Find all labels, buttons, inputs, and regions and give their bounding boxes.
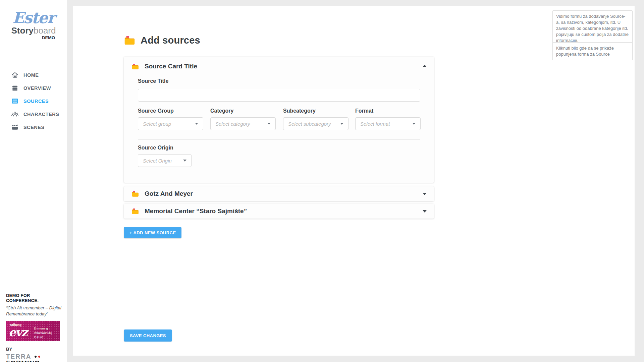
expand-card-icon[interactable] — [423, 210, 427, 213]
folder-icon — [131, 208, 139, 215]
sidebar-footer: DEMO FOR CONFERENCE: “Ctrl+Alt+remember … — [6, 293, 63, 362]
category-select[interactable]: Select category — [210, 117, 276, 130]
format-label: Format — [355, 108, 421, 114]
sidebar-item-label: OVERVIEW — [23, 85, 51, 91]
sidebar-item-label: SCENES — [23, 125, 45, 130]
category-label: Category — [210, 108, 276, 114]
evz-text-lines: Erinnerung Verantwortung Zukunft — [34, 326, 52, 339]
category-placeholder: Select category — [215, 121, 250, 127]
sidebar-nav: HOME OVERVIEW SOURCES — [0, 68, 67, 134]
folder-icon — [124, 36, 135, 45]
subcategory-select[interactable]: Select subcategory — [283, 117, 348, 130]
logo-storyboard: Storyboard — [0, 25, 67, 36]
chevron-down-icon — [183, 160, 186, 162]
source-origin-placeholder: Select Origin — [143, 158, 172, 164]
sidebar-item-sources[interactable]: SOURCES — [0, 95, 67, 108]
source-title-label: Source Title — [138, 78, 168, 84]
logo-demo-badge: DEMO — [0, 35, 55, 40]
source-origin-field: Source Origin Select Origin — [138, 145, 192, 167]
evz-logo: Stiftung evz Erinnerung Verantwortung Zu… — [6, 321, 60, 341]
chevron-down-icon — [195, 123, 198, 125]
conference-title: DEMO FOR CONFERENCE: — [6, 293, 63, 303]
source-card-title: Source Card Title — [145, 63, 197, 70]
source-card-collapsed[interactable]: Memorial Center “Staro Sajmište” — [124, 204, 434, 219]
sidebar-item-label: CHARACTERS — [23, 112, 59, 117]
scenes-icon — [11, 123, 19, 131]
add-new-source-button[interactable]: + ADD NEW SOURCE — [124, 227, 181, 238]
sidebar: Ester Storyboard DEMO HOME OVERVIEW — [0, 0, 67, 362]
characters-icon — [11, 110, 19, 118]
source-origin-select[interactable]: Select Origin — [138, 154, 192, 167]
subcategory-label: Subcategory — [283, 108, 348, 114]
chevron-down-icon — [412, 123, 416, 125]
source-origin-label: Source Origin — [138, 145, 192, 151]
sidebar-item-label: HOME — [23, 72, 39, 78]
expand-card-icon[interactable] — [423, 193, 427, 195]
helper-note-form: Vidimo formu za dodavanje Source-a, sa n… — [552, 10, 633, 47]
by-label: BY — [6, 347, 63, 352]
sidebar-item-overview[interactable]: OVERVIEW — [0, 81, 67, 95]
section-divider — [138, 139, 420, 140]
format-field: Format Select format — [355, 108, 421, 130]
app-logo: Ester Storyboard DEMO — [0, 9, 67, 40]
sources-icon — [11, 97, 19, 105]
logo-board: board — [34, 25, 56, 36]
folder-icon — [131, 63, 139, 70]
logo-story: Story — [11, 25, 34, 36]
source-title-input[interactable] — [138, 89, 420, 102]
overview-icon — [11, 84, 19, 92]
forming-label: FORMING — [6, 359, 63, 362]
conference-quote: “Ctrl+Alt+remember – Digital Remembrance… — [6, 305, 63, 317]
save-changes-button[interactable]: SAVE CHANGES — [124, 329, 172, 342]
source-card-title: Memorial Center “Staro Sajmište” — [145, 207, 247, 215]
page-title: Add sources — [141, 35, 200, 46]
source-card-header[interactable]: Gotz And Meyer — [124, 186, 434, 201]
subcategory-field: Subcategory Select subcategory — [283, 108, 348, 130]
source-card-header[interactable]: Memorial Center “Staro Sajmište” — [124, 204, 434, 219]
source-card-collapsed[interactable]: Gotz And Meyer — [124, 186, 434, 201]
evz-script-label: evz — [9, 325, 27, 339]
source-group-placeholder: Select group — [143, 121, 171, 127]
folder-icon — [131, 191, 139, 197]
chevron-down-icon — [267, 123, 271, 125]
sidebar-item-home[interactable]: HOME — [0, 68, 67, 81]
sidebar-item-label: SOURCES — [23, 99, 49, 104]
logo-ester: Ester — [0, 9, 67, 27]
category-field: Category Select category — [210, 108, 276, 130]
sidebar-item-characters[interactable]: CHARACTERS — [0, 108, 67, 121]
home-icon — [11, 71, 19, 79]
source-card-header[interactable]: Source Card Title — [124, 57, 434, 76]
terra-dot-dark — [35, 356, 37, 358]
collapse-card-icon[interactable] — [423, 65, 427, 67]
source-group-field: Source Group Select group — [138, 108, 203, 130]
sidebar-item-scenes[interactable]: SCENES — [0, 121, 67, 134]
helper-note-click: Kliknuti bilo gde da se prikaže popunjen… — [552, 42, 633, 60]
page-title-row: Add sources — [124, 35, 200, 46]
terra-dot-red — [38, 356, 40, 358]
source-card-title: Gotz And Meyer — [145, 190, 193, 197]
source-card-expanded: Source Card Title Source Title Source Gr… — [124, 57, 434, 183]
main-panel: Add sources Source Card Title Source Tit… — [73, 6, 635, 356]
source-group-select[interactable]: Select group — [138, 117, 203, 130]
subcategory-placeholder: Select subcategory — [288, 121, 331, 127]
chevron-down-icon — [340, 123, 343, 125]
source-group-label: Source Group — [138, 108, 203, 114]
format-placeholder: Select format — [360, 121, 390, 127]
format-select[interactable]: Select format — [355, 117, 421, 130]
